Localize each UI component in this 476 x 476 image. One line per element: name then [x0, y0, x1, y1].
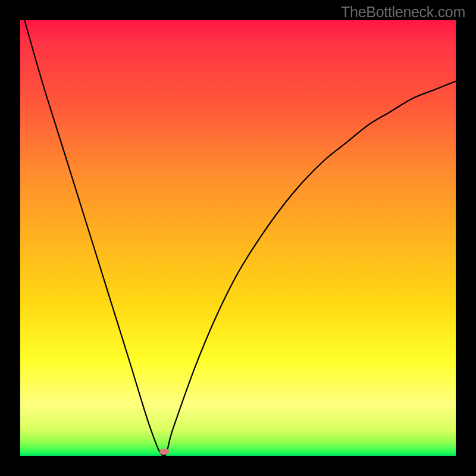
watermark-text: TheBottleneck.com: [341, 4, 465, 21]
chart-plot-area: [20, 20, 456, 456]
optimal-point-marker: [159, 449, 169, 455]
bottleneck-curve: [20, 20, 456, 456]
